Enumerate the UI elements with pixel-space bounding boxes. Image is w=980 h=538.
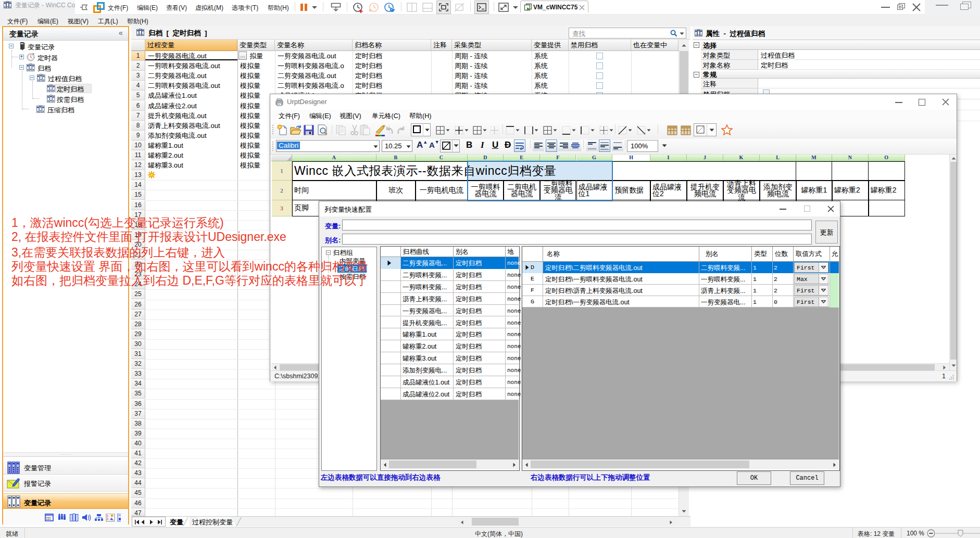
svg-text:2.: 2. xyxy=(107,517,109,520)
